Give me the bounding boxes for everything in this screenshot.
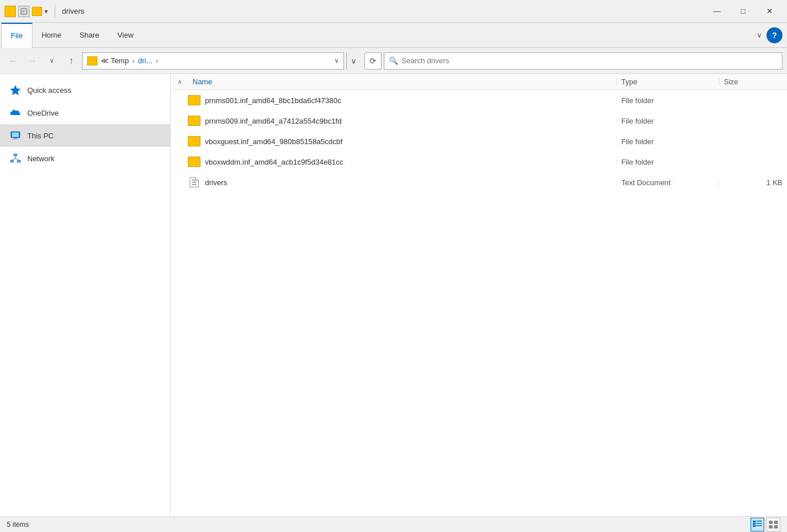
svg-rect-7 [13, 139, 18, 140]
title-pin-icon[interactable] [18, 6, 30, 17]
file-name: prnms001.inf_amd64_8bc1bda6cf47380c [205, 96, 616, 105]
svg-rect-17 [753, 523, 756, 525]
svg-rect-18 [756, 523, 762, 524]
file-type: Text Document [616, 178, 719, 187]
svg-rect-6 [14, 138, 17, 139]
close-button[interactable]: ✕ [756, 0, 782, 23]
sidebar: Quick access OneDrive This PC [0, 74, 171, 516]
nav-dropdown-button[interactable]: ∨ [43, 52, 60, 69]
tab-view[interactable]: View [108, 23, 142, 48]
col-name-header[interactable]: Name [188, 77, 616, 86]
text-file-icon [188, 177, 200, 187]
tab-home[interactable]: Home [32, 23, 71, 48]
svg-rect-5 [12, 133, 19, 137]
forward-button[interactable]: → [24, 52, 41, 69]
sidebar-item-onedrive[interactable]: OneDrive [0, 101, 170, 124]
address-path-prefix: ≪ Temp [101, 56, 129, 65]
file-type: File folder [616, 158, 719, 166]
title-bar: ▾ drivers — □ ✕ [0, 0, 787, 23]
svg-rect-22 [774, 521, 778, 524]
title-arrow-icon: ▾ [44, 7, 48, 15]
quick-access-icon [9, 84, 22, 96]
table-row[interactable]: prnms001.inf_amd64_8bc1bda6cf47380c File… [171, 90, 787, 111]
ribbon: File Home Share View ∨ ? [0, 23, 787, 48]
file-name: prnms009.inf_amd64_a7412a554c9bc1fd [205, 117, 616, 125]
title-folder2-icon [32, 7, 42, 16]
svg-marker-3 [11, 85, 21, 95]
address-bar[interactable]: ≪ Temp › dri... › ∨ [82, 52, 344, 69]
col-size-header[interactable]: Size [719, 77, 787, 86]
onedrive-icon [9, 107, 22, 119]
table-row[interactable]: vboxwddm.inf_amd64_acb1c9f5d34e81cc File… [171, 152, 787, 172]
help-button[interactable]: ? [766, 27, 782, 43]
svg-rect-23 [769, 525, 773, 529]
search-input[interactable] [401, 56, 777, 65]
svg-point-14 [15, 158, 17, 159]
up-button[interactable]: ↑ [63, 52, 80, 69]
this-pc-label: This PC [27, 132, 54, 140]
svg-rect-0 [21, 9, 27, 14]
refresh-button[interactable]: ⟳ [364, 52, 382, 69]
minimize-button[interactable]: — [704, 0, 730, 23]
title-folder-icon [5, 6, 16, 17]
sort-arrow: ∧ [171, 79, 188, 85]
onedrive-label: OneDrive [27, 109, 59, 117]
search-bar[interactable]: 🔍 [384, 52, 782, 69]
svg-rect-10 [17, 160, 21, 162]
address-folder-icon [87, 56, 97, 66]
content-area: ∧ Name Type Size prnms001.inf_amd64_8bc1… [171, 74, 787, 516]
file-name: vboxguest.inf_amd64_980b85158a5cdcbf [205, 137, 616, 146]
svg-rect-15 [753, 521, 756, 522]
item-count: 5 items [7, 521, 29, 529]
tab-file[interactable]: File [1, 23, 32, 48]
svg-rect-19 [753, 525, 756, 527]
search-icon: 🔍 [389, 56, 398, 65]
folder-icon [188, 95, 200, 105]
svg-rect-8 [14, 154, 17, 156]
table-row[interactable]: prnms009.inf_amd64_a7412a554c9bc1fd File… [171, 111, 787, 131]
large-icons-view-button[interactable] [766, 518, 780, 531]
file-type: File folder [616, 137, 719, 146]
file-name: vboxwddm.inf_amd64_acb1c9f5d34e81cc [205, 158, 616, 166]
file-name: drivers [205, 178, 616, 187]
address-bar-dropdown-button[interactable]: ∨ [346, 52, 360, 69]
network-label: Network [27, 154, 55, 163]
window-controls: — □ ✕ [704, 0, 782, 23]
back-button[interactable]: ← [5, 52, 22, 69]
table-row[interactable]: drivers Text Document 1 KB [171, 172, 787, 193]
quick-access-label: Quick access [27, 86, 71, 95]
folder-icon [188, 157, 200, 167]
file-size: 1 KB [719, 178, 787, 187]
this-pc-icon [9, 129, 22, 142]
file-type: File folder [616, 96, 719, 105]
svg-rect-16 [756, 521, 762, 522]
file-type: File folder [616, 117, 719, 125]
ribbon-chevron-icon[interactable]: ∨ [757, 31, 762, 39]
window-title: drivers [62, 7, 699, 15]
svg-rect-9 [10, 160, 14, 162]
maximize-button[interactable]: □ [730, 0, 756, 23]
sidebar-item-network[interactable]: Network [0, 147, 170, 170]
folder-icon [188, 136, 200, 146]
column-header: ∧ Name Type Size [171, 74, 787, 90]
svg-rect-24 [774, 525, 778, 529]
sidebar-item-quick-access[interactable]: Quick access [0, 79, 170, 101]
main-layout: Quick access OneDrive This PC [0, 74, 787, 516]
navigation-bar: ← → ∨ ↑ ≪ Temp › dri... › ∨ ∨ ⟳ 🔍 [0, 48, 787, 74]
details-view-button[interactable] [751, 518, 764, 531]
tab-share[interactable]: Share [71, 23, 109, 48]
address-path-mid: dri... [138, 56, 152, 65]
network-icon [9, 152, 22, 165]
title-divider [55, 5, 55, 18]
status-bar: 5 items [0, 516, 787, 532]
address-dropdown-icon[interactable]: ∨ [334, 57, 339, 64]
svg-rect-20 [756, 525, 762, 526]
col-type-header[interactable]: Type [616, 77, 719, 86]
folder-icon [188, 116, 200, 126]
title-icons: ▾ [5, 6, 48, 17]
view-controls [751, 518, 780, 531]
address-sep2: › [155, 57, 158, 65]
sidebar-item-this-pc[interactable]: This PC [0, 124, 170, 147]
table-row[interactable]: vboxguest.inf_amd64_980b85158a5cdcbf Fil… [171, 131, 787, 152]
svg-rect-21 [769, 521, 773, 524]
